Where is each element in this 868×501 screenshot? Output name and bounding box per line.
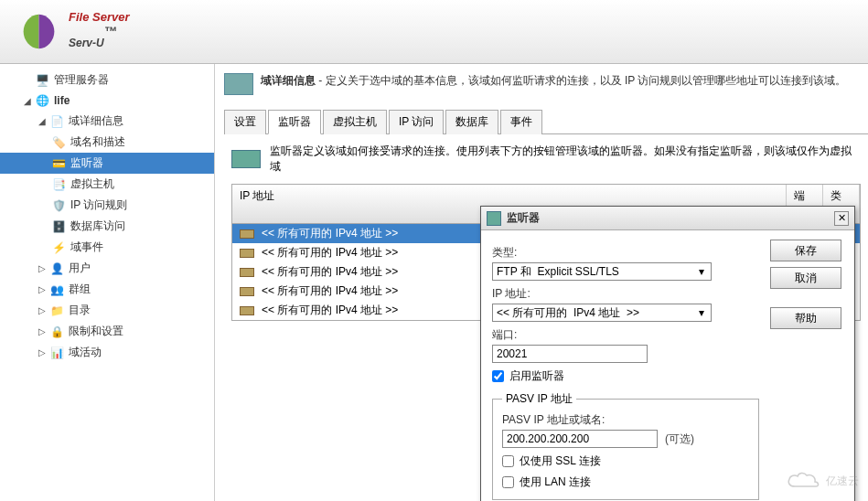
dialog-title-text: 监听器 <box>507 210 834 226</box>
tab-listener[interactable]: 监听器 <box>268 110 321 134</box>
tab-db[interactable]: 数据库 <box>445 110 498 134</box>
sidebar-label: 虚拟主机 <box>70 176 114 192</box>
nic-icon <box>240 249 254 258</box>
sidebar-events[interactable]: ⚡域事件 <box>0 237 214 258</box>
sidebar-vhost[interactable]: 📑虚拟主机 <box>0 174 214 195</box>
sidebar-label: 域名和描述 <box>70 134 125 150</box>
pasv-label: PASV IP 地址或域名: <box>502 412 749 428</box>
type-label: 类型: <box>492 245 759 261</box>
sidebar-label: 管理服务器 <box>54 72 109 88</box>
sidebar-activity[interactable]: ▷📊域活动 <box>0 342 214 363</box>
nic-icon <box>240 306 254 315</box>
user-icon: 👤 <box>49 261 64 276</box>
sidebar-label: IP 访问规则 <box>70 197 127 213</box>
sidebar-ip-rules[interactable]: 🛡️IP 访问规则 <box>0 195 214 216</box>
watermark-text: 亿速云 <box>826 474 859 489</box>
chevron-right-icon[interactable]: ▷ <box>37 347 48 358</box>
tab-events[interactable]: 事件 <box>500 110 542 134</box>
close-icon[interactable]: ✕ <box>834 211 849 226</box>
sidebar-label: 域活动 <box>69 345 102 360</box>
chevron-right-icon[interactable]: ▷ <box>37 305 48 316</box>
chevron-down-icon[interactable]: ◢ <box>22 95 33 106</box>
detail-icon: 📄 <box>49 114 64 129</box>
sidebar-domain-details[interactable]: ◢📄域详细信息 <box>0 111 214 132</box>
card-icon: 💳 <box>51 156 66 171</box>
cancel-button[interactable]: 取消 <box>770 267 841 289</box>
event-icon: ⚡ <box>51 240 66 255</box>
ip-label: IP 地址: <box>492 286 759 302</box>
database-icon: 🗄️ <box>51 219 66 234</box>
tab-ip[interactable]: IP 访问 <box>389 110 444 134</box>
page-description: 域详细信息 - 定义关于选中域的基本信息，该域如何监听请求的连接，以及 IP 访… <box>224 73 868 95</box>
lock-icon: 🔒 <box>49 325 64 339</box>
cloud-icon <box>786 470 822 492</box>
logo-subtitle: File Server <box>69 10 130 24</box>
type-select[interactable] <box>492 262 712 281</box>
sidebar-label: life <box>54 94 70 107</box>
ssl-only-checkbox[interactable]: 仅使用 SSL 连接 <box>502 453 749 469</box>
expander-spacer <box>22 75 33 86</box>
sidebar-domain[interactable]: ◢🌐life <box>0 91 214 111</box>
enable-checkbox-input[interactable] <box>492 370 504 382</box>
port-input[interactable] <box>492 345 648 363</box>
pasv-fieldset: PASV IP 地址 PASV IP 地址或域名: (可选) 仅使用 SSL 连… <box>492 391 759 500</box>
globe-icon: 🌐 <box>35 93 49 108</box>
ssl-checkbox-input[interactable] <box>502 455 514 467</box>
help-button[interactable]: 帮助 <box>770 307 841 329</box>
sidebar-label: 目录 <box>69 303 91 318</box>
sidebar-users[interactable]: ▷👤用户 <box>0 258 214 279</box>
folder-icon: 📁 <box>49 304 64 318</box>
tab-vhost[interactable]: 虚拟主机 <box>323 110 387 134</box>
sidebar-domain-desc[interactable]: 🏷️域名和描述 <box>0 132 214 153</box>
sidebar-tree: 🖥️管理服务器 ◢🌐life ◢📄域详细信息 🏷️域名和描述 💳监听器 📑虚拟主… <box>0 64 215 501</box>
watermark: 亿速云 <box>786 470 859 492</box>
save-button[interactable]: 保存 <box>770 240 841 261</box>
port-label: 端口: <box>492 327 759 343</box>
sidebar-label: 群组 <box>69 282 91 297</box>
app-header: File Server Serv-U™ <box>0 0 868 64</box>
sidebar-db-access[interactable]: 🗄️数据库访问 <box>0 216 214 237</box>
servu-logo <box>18 11 59 52</box>
chevron-down-icon[interactable]: ◢ <box>37 116 48 127</box>
nic-icon <box>240 229 254 239</box>
sidebar-label: 数据库访问 <box>70 219 125 234</box>
group-icon: 👥 <box>49 282 64 297</box>
listener-desc-text: 监听器定义该域如何接受请求的连接。使用列表下方的按钮管理该域的监听器。如果没有指… <box>270 144 861 175</box>
pasv-ip-input[interactable] <box>502 430 658 448</box>
vhost-icon: 📑 <box>51 177 66 192</box>
tab-settings[interactable]: 设置 <box>224 110 266 134</box>
lan-checkbox[interactable]: 使用 LAN 连接 <box>502 474 749 490</box>
sidebar-label: 限制和设置 <box>69 324 123 339</box>
sidebar-directory[interactable]: ▷📁目录 <box>0 300 214 321</box>
enable-listener-checkbox[interactable]: 启用监听器 <box>492 368 759 384</box>
sidebar-label: 域详细信息 <box>69 113 123 129</box>
shield-icon: 🛡️ <box>51 198 66 213</box>
page-desc-icon <box>224 73 253 95</box>
sidebar-listener[interactable]: 💳监听器 <box>0 153 214 174</box>
logo-text: File Server Serv-U™ <box>69 10 130 53</box>
pasv-legend: PASV IP 地址 <box>502 391 576 407</box>
page-desc-text: 域详细信息 - 定义关于选中域的基本信息，该域如何监听请求的连接，以及 IP 访… <box>261 73 846 89</box>
chevron-right-icon[interactable]: ▷ <box>37 284 48 295</box>
lan-checkbox-input[interactable] <box>502 476 514 488</box>
dialog-titlebar[interactable]: 监听器 ✕ <box>481 207 854 230</box>
nic-icon <box>240 268 254 277</box>
sidebar-label: 域事件 <box>70 240 103 255</box>
sidebar-manage-server[interactable]: 🖥️管理服务器 <box>0 69 214 91</box>
enable-label: 启用监听器 <box>509 368 564 384</box>
server-icon: 🖥️ <box>35 73 49 88</box>
logo-title: Serv-U™ <box>69 24 130 53</box>
lan-label: 使用 LAN 连接 <box>520 474 591 490</box>
sidebar-groups[interactable]: ▷👥群组 <box>0 279 214 300</box>
listener-dialog: 监听器 ✕ 类型: ▾ IP 地址: ▾ 端口: 启用监听器 PASV IP 地… <box>480 206 855 501</box>
chevron-right-icon[interactable]: ▷ <box>37 263 48 274</box>
activity-icon: 📊 <box>49 346 64 360</box>
sidebar-label: 用户 <box>69 261 91 276</box>
tabs: 设置 监听器 虚拟主机 IP 访问 数据库 事件 <box>224 109 868 134</box>
network-card-icon <box>231 150 261 168</box>
ip-select[interactable] <box>492 304 712 322</box>
dialog-icon <box>487 211 501 226</box>
ssl-label: 仅使用 SSL 连接 <box>520 453 601 469</box>
sidebar-restrict[interactable]: ▷🔒限制和设置 <box>0 321 214 342</box>
chevron-right-icon[interactable]: ▷ <box>37 326 48 337</box>
